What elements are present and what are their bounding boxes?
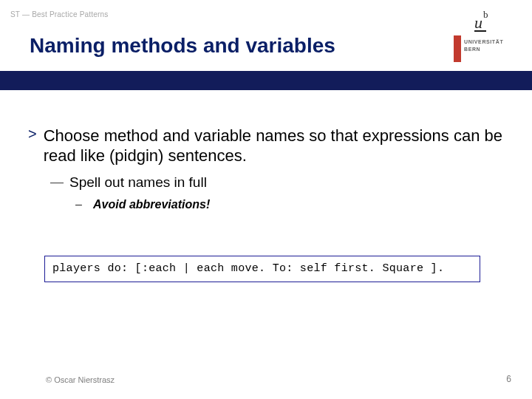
footer-page-number: 6 — [506, 374, 511, 384]
bullet-lvl1-text: Choose method and variable names so that… — [44, 126, 504, 166]
university-logo: ub UNIVERSITÄT BERN — [454, 4, 520, 72]
bullet-lvl2-marker: — — [50, 174, 69, 190]
logo-word2: BERN — [464, 46, 503, 53]
bullet-lvl3-text: Avoid abbreviations! — [93, 198, 210, 211]
logo-redbar — [454, 35, 461, 62]
bullet-lvl3: – Avoid abbreviations! — [75, 198, 504, 211]
title-band — [0, 71, 532, 90]
footer-copyright: © Oscar Nierstrasz — [46, 375, 115, 384]
logo-mark: ub — [474, 6, 488, 25]
logo-wordmark: UNIVERSITÄT BERN — [464, 38, 503, 53]
code-text: players do: [:each | each move. To: self… — [44, 256, 480, 282]
breadcrumb: ST — Best Practice Patterns — [10, 10, 109, 18]
code-example: players do: [:each | each move. To: self… — [44, 256, 480, 282]
logo-b: b — [483, 9, 488, 21]
logo-underline — [474, 30, 486, 32]
bullet-lvl1-marker: > — [28, 126, 44, 143]
logo-word1: UNIVERSITÄT — [464, 38, 503, 46]
bullet-lvl2: — Spell out names in full — [50, 174, 504, 191]
bullet-lvl3-marker: – — [75, 198, 93, 211]
bullet-lvl1: > Choose method and variable names so th… — [28, 126, 504, 166]
bullet-lvl2-text: Spell out names in full — [69, 174, 207, 191]
content-area: > Choose method and variable names so th… — [28, 126, 504, 211]
slide: ST — Best Practice Patterns Naming metho… — [0, 0, 532, 399]
page-title: Naming methods and variables — [30, 34, 335, 58]
